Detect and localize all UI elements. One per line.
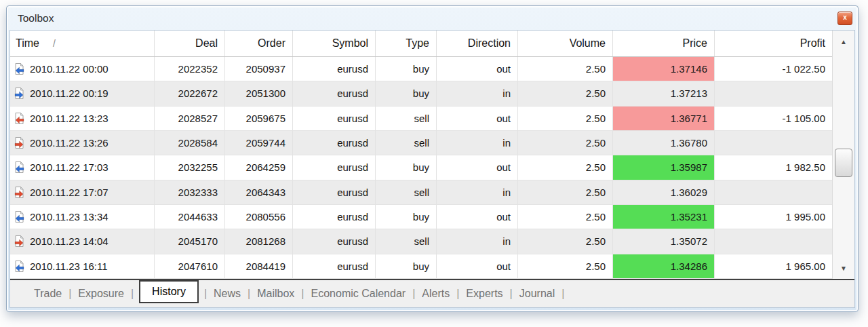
cell-symbol: eurusd xyxy=(293,81,376,105)
cell-direction: out xyxy=(437,155,518,179)
vertical-scrollbar[interactable]: ▲ ▼ xyxy=(832,31,854,279)
history-row[interactable]: 2010.11.23 13:3420446332080556eurusdbuyo… xyxy=(10,205,832,229)
cell-symbol: eurusd xyxy=(293,107,376,130)
cell-price: 1.35072 xyxy=(613,229,715,253)
cell-price: 1.36771 xyxy=(613,107,715,130)
cell-type: sell xyxy=(376,180,437,204)
cell-deal: 2044633 xyxy=(155,205,225,229)
cell-time: 2010.11.22 00:19 xyxy=(10,81,155,105)
history-row[interactable]: 2010.11.22 00:1920226722051300eurusdbuyi… xyxy=(10,81,832,106)
tab-economic-calendar[interactable]: Economic Calendar xyxy=(305,288,412,300)
tab-experts[interactable]: Experts xyxy=(460,288,509,300)
column-header-time-label: Time xyxy=(16,37,39,50)
history-row[interactable]: 2010.11.22 17:0320322552064259eurusdbuyo… xyxy=(10,155,832,180)
history-row[interactable]: 2010.11.23 14:0420451702081268eurusdsell… xyxy=(10,229,832,254)
cell-symbol: eurusd xyxy=(293,180,376,204)
cell-profit xyxy=(715,131,832,155)
deal-time: 2010.11.23 16:11 xyxy=(30,261,108,272)
deal-time: 2010.11.22 00:00 xyxy=(30,63,108,75)
column-header-order[interactable]: Order xyxy=(225,31,293,56)
cell-symbol: eurusd xyxy=(293,131,376,155)
cell-symbol: eurusd xyxy=(293,205,376,229)
cell-direction: out xyxy=(437,254,518,278)
cell-price: 1.36029 xyxy=(613,180,715,204)
cell-volume: 2.50 xyxy=(518,254,613,278)
tab-history[interactable]: History xyxy=(139,280,199,303)
column-header-profit[interactable]: Profit xyxy=(715,31,832,56)
tab-trade[interactable]: Trade xyxy=(28,288,68,300)
cell-deal: 2047610 xyxy=(155,254,225,278)
deal-buy-out-icon xyxy=(14,211,25,223)
cell-type: buy xyxy=(376,205,437,229)
history-row[interactable]: 2010.11.22 13:2620285842059744eurusdsell… xyxy=(10,131,832,155)
cell-order: 2080556 xyxy=(225,205,293,229)
cell-type: buy xyxy=(376,57,437,81)
deal-buy-out-icon xyxy=(14,261,25,272)
tab-alerts[interactable]: Alerts xyxy=(416,288,456,300)
cell-profit: -1 022.50 xyxy=(715,57,832,81)
cell-volume: 2.50 xyxy=(518,155,613,179)
cell-profit xyxy=(715,81,832,105)
cell-type: buy xyxy=(376,155,437,179)
column-header-direction[interactable]: Direction xyxy=(437,31,518,56)
column-header-symbol[interactable]: Symbol xyxy=(293,31,376,56)
scroll-up-icon[interactable]: ▲ xyxy=(833,31,854,52)
toolbox-tab-bar: Trade|Exposure|History|News|Mailbox|Econ… xyxy=(10,279,854,307)
tab-mailbox[interactable]: Mailbox xyxy=(251,288,300,300)
cell-time: 2010.11.23 14:04 xyxy=(10,229,155,253)
cell-direction: in xyxy=(437,81,518,105)
history-row[interactable]: 2010.11.22 17:0720323332064343eurusdsell… xyxy=(10,180,832,205)
cell-time: 2010.11.22 13:26 xyxy=(10,131,155,155)
column-header-type[interactable]: Type xyxy=(376,31,437,56)
tab-separator: | xyxy=(130,288,134,300)
cell-volume: 2.50 xyxy=(518,229,613,253)
tab-news[interactable]: News xyxy=(208,288,247,300)
scroll-down-icon[interactable]: ▼ xyxy=(833,257,854,279)
deal-time: 2010.11.22 00:19 xyxy=(30,88,108,99)
cell-symbol: eurusd xyxy=(293,229,376,253)
tab-journal[interactable]: Journal xyxy=(513,288,561,300)
history-row[interactable]: 2010.11.22 00:0020223522050937eurusdbuyo… xyxy=(10,57,832,81)
history-table: Time / Deal Order Symbol Type Direction … xyxy=(10,31,854,279)
cell-order: 2059675 xyxy=(225,107,293,130)
tab-separator: | xyxy=(561,288,565,300)
deal-buy-in-icon xyxy=(14,88,25,99)
toolbox-window: Toolbox x Time / Deal Order Symbol Type … xyxy=(6,5,859,312)
cell-time: 2010.11.22 17:07 xyxy=(10,180,155,204)
cell-price: 1.37146 xyxy=(613,57,715,81)
cell-order: 2051300 xyxy=(225,81,293,105)
toolbox-content: Time / Deal Order Symbol Type Direction … xyxy=(9,30,855,308)
cell-deal: 2022352 xyxy=(155,57,225,81)
close-icon[interactable]: x xyxy=(837,12,852,25)
cell-price: 1.36780 xyxy=(613,131,715,155)
scrollbar-track[interactable] xyxy=(833,52,854,257)
tab-exposure[interactable]: Exposure xyxy=(72,288,130,300)
column-header-price[interactable]: Price xyxy=(613,31,715,56)
cell-type: sell xyxy=(376,229,437,253)
cell-deal: 2045170 xyxy=(155,229,225,253)
cell-price: 1.34286 xyxy=(613,254,715,278)
column-header-volume[interactable]: Volume xyxy=(518,31,613,56)
cell-type: buy xyxy=(376,81,437,105)
cell-order: 2059744 xyxy=(225,131,293,155)
cell-profit xyxy=(715,180,832,204)
cell-direction: in xyxy=(437,131,518,155)
cell-type: buy xyxy=(376,254,437,278)
cell-order: 2084419 xyxy=(225,254,293,278)
cell-type: sell xyxy=(376,131,437,155)
history-row[interactable]: 2010.11.22 13:2320285272059675eurusdsell… xyxy=(10,107,832,131)
column-header-time[interactable]: Time / xyxy=(10,31,155,56)
deal-sell-out-icon xyxy=(14,113,25,124)
scrollbar-thumb[interactable] xyxy=(835,149,852,177)
cell-symbol: eurusd xyxy=(293,254,376,278)
cell-direction: in xyxy=(437,180,518,204)
cell-symbol: eurusd xyxy=(293,57,376,81)
cell-order: 2064259 xyxy=(225,155,293,179)
toolbox-titlebar[interactable]: Toolbox x xyxy=(9,6,855,30)
cell-volume: 2.50 xyxy=(518,180,613,204)
table-header-row: Time / Deal Order Symbol Type Direction … xyxy=(10,31,832,57)
cell-deal: 2022672 xyxy=(155,81,225,105)
column-header-deal[interactable]: Deal xyxy=(155,31,225,56)
window-title: Toolbox xyxy=(18,12,54,24)
history-row[interactable]: 2010.11.23 16:1120476102084419eurusdbuyo… xyxy=(10,254,832,279)
